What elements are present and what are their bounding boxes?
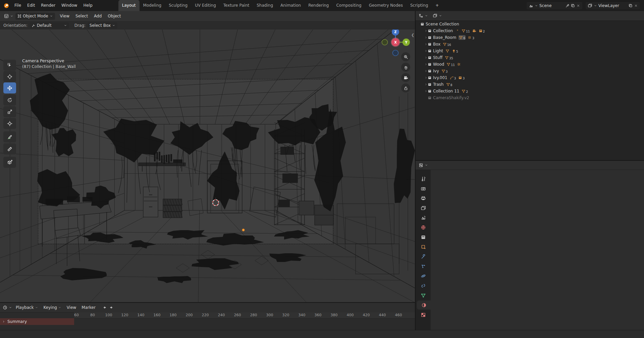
drag-dropdown[interactable]: Select Box — [88, 22, 117, 29]
properties-tab-constraints[interactable] — [416, 281, 431, 290]
scene-name[interactable]: Scene — [539, 3, 564, 8]
outliner-row-ivy-001[interactable]: Ivy.00133 — [416, 74, 644, 81]
scene-selector[interactable]: Scene — [527, 2, 582, 9]
chevron-right-icon[interactable] — [424, 69, 428, 73]
properties-tab-tool[interactable] — [416, 174, 431, 183]
transform-tool-button[interactable] — [3, 118, 16, 129]
remove-viewlayer-icon[interactable] — [634, 4, 638, 8]
chevron-right-icon[interactable] — [424, 56, 428, 59]
scale-tool-button[interactable] — [3, 106, 16, 117]
outliner-display-mode-dropdown[interactable] — [418, 12, 429, 19]
menu-help[interactable]: Help — [80, 0, 95, 11]
chevron-right-icon[interactable] — [424, 43, 428, 46]
chevron-right-icon[interactable] — [424, 49, 428, 53]
outliner-row-stuff[interactable]: Stuff35 — [416, 54, 644, 61]
zoom-button[interactable] — [401, 52, 410, 61]
properties-tab-collection[interactable] — [416, 232, 431, 242]
properties-editor-type-button[interactable] — [418, 162, 429, 169]
viewport-menu-select[interactable]: Select — [72, 11, 91, 21]
tab-uv-editing[interactable]: UV Editing — [191, 0, 220, 11]
outliner-row-box[interactable]: Box16 — [416, 41, 644, 48]
outliner-row-camerashakify-v2[interactable]: CameraShakify.v2 — [416, 94, 644, 101]
viewport-menu-object[interactable]: Object — [105, 11, 124, 21]
chevron-right-icon[interactable] — [2, 320, 5, 323]
outliner-row-collection[interactable]: Collection112 — [416, 27, 644, 34]
tab-modeling[interactable]: Modeling — [140, 0, 165, 11]
editor-type-button[interactable] — [2, 13, 15, 20]
properties-tab-data[interactable] — [416, 291, 431, 300]
tool-orientation-dropdown[interactable]: Default — [30, 22, 69, 29]
properties-tab-material[interactable] — [417, 300, 431, 310]
properties-tab-modifiers[interactable] — [416, 252, 431, 261]
timeline-menu-view[interactable]: View — [64, 303, 79, 312]
new-scene-icon[interactable] — [571, 4, 575, 8]
outliner-row-trash[interactable]: Trash8 — [416, 81, 644, 88]
pan-button[interactable] — [401, 63, 410, 72]
outliner-scope-dropdown[interactable] — [432, 12, 443, 19]
tab-animation[interactable]: Animation — [277, 0, 305, 11]
region-collapse-icon[interactable]: ❮ — [411, 33, 414, 37]
summary-channel[interactable]: Summary — [0, 318, 74, 325]
tab-geometry-nodes[interactable]: Geometry Nodes — [365, 0, 407, 11]
gizmo-y-axis[interactable]: Y — [402, 39, 410, 46]
viewlayer-name[interactable]: ViewLayer — [598, 3, 627, 8]
outliner-root-row[interactable]: Scene Collection — [416, 21, 644, 27]
timeline-editor-type-button[interactable] — [2, 304, 13, 311]
properties-tab-view-layer[interactable] — [416, 203, 431, 212]
chevron-right-icon[interactable] — [424, 89, 428, 93]
pin-icon[interactable] — [566, 4, 570, 8]
tab-rendering[interactable]: Rendering — [305, 0, 332, 11]
viewlayer-pill[interactable]: ViewLayer — [586, 2, 640, 9]
timeline-menu-keying[interactable]: Keying — [41, 303, 64, 312]
measure-tool-button[interactable] — [3, 143, 16, 154]
properties-tab-world[interactable] — [416, 223, 431, 232]
properties-tab-scene[interactable] — [416, 213, 431, 222]
add-cube-tool-button[interactable] — [3, 157, 16, 168]
select-box-tool-button[interactable] — [3, 60, 16, 71]
chevron-right-icon[interactable] — [424, 29, 428, 32]
viewport-menu-view[interactable]: View — [57, 11, 72, 21]
annotate-tool-button[interactable] — [3, 131, 16, 142]
tab-texture-paint[interactable]: Texture Paint — [220, 0, 253, 11]
tab-scripting[interactable]: Scripting — [407, 0, 432, 11]
jump-prev-keyframe-button[interactable] — [101, 304, 108, 311]
menu-render[interactable]: Render — [38, 0, 58, 11]
lock-view-button[interactable] — [401, 83, 410, 92]
viewlayer-selector[interactable]: ViewLayer — [586, 2, 640, 9]
scene-pill[interactable]: Scene — [527, 2, 582, 9]
chevron-right-icon[interactable] — [424, 83, 428, 86]
chevron-right-icon[interactable] — [424, 36, 428, 39]
tab-shading[interactable]: Shading — [253, 0, 277, 11]
viewport-3d[interactable]: Camera Perspective (87) Collection | Bas… — [0, 29, 415, 302]
tab-compositing[interactable]: Compositing — [332, 0, 365, 11]
properties-tab-output[interactable] — [416, 194, 431, 203]
properties-tab-object[interactable] — [416, 242, 431, 251]
outliner-row-ivy[interactable]: Ivy3 — [416, 68, 644, 74]
outliner-row-wood[interactable]: Wood11 — [416, 61, 644, 68]
outliner-row-base-room[interactable]: Base_Room63 — [416, 34, 644, 41]
new-viewlayer-icon[interactable] — [629, 4, 633, 8]
viewport-menu-add[interactable]: Add — [91, 11, 105, 21]
outliner-row-light[interactable]: Light5 — [416, 48, 644, 54]
jump-next-keyframe-button[interactable] — [108, 304, 115, 311]
tab-layout[interactable]: Layout — [118, 0, 140, 11]
chevron-right-icon[interactable] — [424, 63, 428, 66]
blender-logo-icon[interactable] — [3, 3, 9, 9]
mode-dropdown[interactable]: Object Mode — [15, 13, 55, 20]
menu-window[interactable]: Window — [58, 0, 80, 11]
properties-tab-texture[interactable] — [416, 310, 431, 319]
move-tool-button[interactable] — [3, 82, 16, 93]
properties-tab-render[interactable] — [416, 184, 431, 193]
properties-tab-physics[interactable] — [416, 271, 431, 280]
cursor-tool-button[interactable] — [3, 71, 16, 82]
timeline-menu-marker[interactable]: Marker — [79, 303, 98, 312]
chevron-right-icon[interactable] — [424, 76, 428, 79]
outliner-row-collection-11[interactable]: Collection 112 — [416, 88, 644, 94]
add-workspace-button[interactable]: + — [432, 0, 442, 11]
timeline-ruler[interactable]: 6080100120140160180200220240260280300320… — [74, 312, 415, 319]
menu-edit[interactable]: Edit — [24, 0, 38, 11]
gizmo-x-axis[interactable]: X — [391, 38, 399, 46]
rotate-tool-button[interactable] — [3, 94, 16, 106]
unlink-scene-icon[interactable] — [576, 4, 580, 8]
timeline-menu-playback[interactable]: Playback — [13, 303, 41, 312]
